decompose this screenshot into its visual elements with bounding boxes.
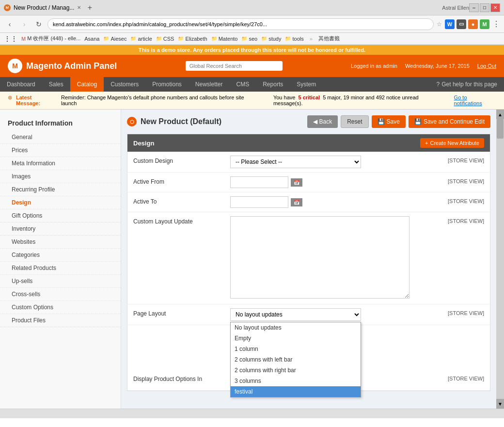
dropdown-option-2col-left[interactable]: 2 columns with left bar <box>231 354 361 365</box>
logout-link[interactable]: Log Out <box>477 63 496 69</box>
ext-screen-icon[interactable]: ▭ <box>457 19 466 29</box>
bm-tools[interactable]: 📁tools <box>285 36 303 42</box>
nav-customers[interactable]: Customers <box>104 77 145 92</box>
sidebar-item-crosssells[interactable]: Cross-sells <box>0 288 121 301</box>
nav-newsletter[interactable]: Newsletter <box>189 77 230 92</box>
tab-close-btn[interactable]: ✕ <box>77 5 81 10</box>
active-to-control: 📅 <box>230 196 436 208</box>
sidebar-item-meta[interactable]: Meta Information <box>0 157 121 170</box>
ext-magento-icon[interactable]: M <box>480 19 489 29</box>
custom-layout-label: Custom Layout Update <box>133 216 230 225</box>
nav-promotions[interactable]: Promotions <box>145 77 189 92</box>
bm-other[interactable]: 其他書籤 <box>318 35 340 42</box>
dropdown-option-3col[interactable]: 3 columns <box>231 376 361 386</box>
active-to-input[interactable] <box>230 196 288 208</box>
sidebar-item-prices[interactable]: Prices <box>0 144 121 157</box>
save-and-continue-button[interactable]: 💾 Save and Continue Edit <box>409 115 490 128</box>
chrome-menu-icon[interactable]: ⋮ <box>492 19 500 29</box>
nav-catalog[interactable]: Catalog <box>70 77 104 92</box>
dropdown-option-1col[interactable]: 1 column <box>231 344 361 354</box>
new-tab-btn[interactable]: + <box>84 2 95 14</box>
active-from-calendar-btn[interactable]: 📅 <box>291 178 302 187</box>
dropdown-option-festival[interactable]: festival <box>231 386 361 397</box>
sidebar-title: Product Information <box>0 115 121 131</box>
page-layout-select[interactable]: No layout updates <box>230 308 361 321</box>
address-input[interactable] <box>47 18 434 30</box>
active-from-input[interactable] <box>230 176 288 188</box>
create-new-attribute-button[interactable]: + Create New Attribute <box>420 138 484 148</box>
global-search-input[interactable] <box>186 61 283 71</box>
scroll-down-btn[interactable]: ▼ <box>496 399 504 409</box>
create-attr-label: Create New Attribute <box>430 140 480 146</box>
nav-reports[interactable]: Reports <box>256 77 290 92</box>
sidebar-item-images[interactable]: Images <box>0 170 121 183</box>
help-label: Get help for this page <box>441 81 497 88</box>
bm-asana[interactable]: Asana <box>84 36 99 42</box>
sidebar-item-gift[interactable]: Gift Options <box>0 209 121 222</box>
date-label: Wednesday, June 17, 2015 <box>405 63 470 69</box>
active-from-row: Active From 📅 [STORE VIEW] <box>127 173 490 192</box>
custom-design-select[interactable]: -- Please Select -- <box>230 156 361 168</box>
dropdown-option-empty[interactable]: Empty <box>231 333 361 344</box>
bm-elizabeth[interactable]: 📁Elizabeth <box>178 36 207 42</box>
plus-icon: + <box>425 140 428 146</box>
custom-design-label: Custom Design <box>133 156 230 164</box>
custom-layout-textarea[interactable] <box>230 216 410 299</box>
sidebar-item-related[interactable]: Related Products <box>0 262 121 275</box>
refresh-btn[interactable]: ↻ <box>33 18 45 30</box>
sidebar-item-websites[interactable]: Websites <box>0 236 121 249</box>
sidebar-item-general[interactable]: General <box>0 131 121 144</box>
nav-cms[interactable]: CMS <box>230 77 256 92</box>
bm-css[interactable]: 📁CSS <box>156 36 174 42</box>
sidebar-item-design[interactable]: Design <box>0 196 121 209</box>
close-btn[interactable]: ✕ <box>490 3 500 12</box>
nav-system[interactable]: System <box>290 77 323 92</box>
notification-info: You have 5 critical 5 major, 19 minor an… <box>273 95 448 106</box>
error-icon: ⊗ <box>8 95 12 101</box>
bm-article[interactable]: 📁article <box>130 36 152 42</box>
latest-label: Latest Message: <box>16 95 57 106</box>
ext-circle-icon[interactable]: ● <box>468 19 478 29</box>
nav-help[interactable]: ? Get help for this page <box>430 77 504 92</box>
sidebar-item-upsells[interactable]: Up-sells <box>0 275 121 288</box>
admin-logo: M Magento Admin Panel <box>8 59 117 73</box>
custom-layout-store-view: [STORE VIEW] <box>436 216 484 224</box>
active-to-calendar-btn[interactable]: 📅 <box>291 198 302 206</box>
save-button[interactable]: 💾 Save <box>372 115 406 128</box>
maximize-btn[interactable]: □ <box>480 3 489 12</box>
bm-aiesec[interactable]: 📁Aiesec <box>103 36 126 42</box>
forward-nav-btn[interactable]: › <box>18 18 30 30</box>
sidebar-item-categories[interactable]: Categories <box>0 249 121 262</box>
sidebar-item-product-files[interactable]: Product Files <box>0 314 121 327</box>
reset-button[interactable]: Reset <box>341 115 368 128</box>
bm-matento[interactable]: 📁Matento <box>211 36 238 42</box>
sidebar-item-recurring[interactable]: Recurring Profile <box>0 183 121 196</box>
nav-dashboard[interactable]: Dashboard <box>0 77 42 92</box>
bm-study[interactable]: 📁study <box>261 36 281 42</box>
sidebar-item-custom-options[interactable]: Custom Options <box>0 301 121 314</box>
bm-gmail[interactable]: M M 收件匣 (448) - elle... <box>21 35 80 42</box>
bookmark-star-icon[interactable]: ☆ <box>437 21 442 28</box>
custom-design-store-view: [STORE VIEW] <box>436 156 484 163</box>
scrollbar[interactable]: ▲ ▼ <box>496 110 504 409</box>
back-nav-btn[interactable]: ‹ <box>4 18 16 30</box>
dropdown-option-no-updates[interactable]: No layout updates <box>231 322 361 333</box>
ext-w-icon[interactable]: W <box>445 19 455 29</box>
nav-sales[interactable]: Sales <box>42 77 70 92</box>
magento-logo-m: M <box>12 62 18 70</box>
dropdown-option-2col-right[interactable]: 2 columns with right bar <box>231 365 361 376</box>
go-to-notifications-link[interactable]: Go to notifications <box>454 95 496 106</box>
custom-design-row: Custom Design -- Please Select -- [STORE… <box>127 152 490 173</box>
scroll-thumb[interactable] <box>497 119 504 139</box>
sidebar-item-inventory[interactable]: Inventory <box>0 222 121 236</box>
admin-panel-title: Magento Admin Panel <box>26 61 117 71</box>
apps-icon[interactable]: ⋮⋮ <box>4 35 17 43</box>
title-bar: M New Product / Manag... ✕ + Astral Elle… <box>0 0 504 16</box>
address-bar: ‹ › ↻ ☆ W ▭ ● M ⋮ <box>0 16 504 33</box>
bm-seo[interactable]: 📁seo <box>241 36 257 42</box>
back-button[interactable]: ◀ Back <box>307 115 338 128</box>
minimize-btn[interactable]: – <box>469 3 479 12</box>
scroll-up-btn[interactable]: ▲ <box>496 110 504 119</box>
active-to-label: Active To <box>133 196 230 205</box>
magento-logo-circle: M <box>8 59 22 73</box>
